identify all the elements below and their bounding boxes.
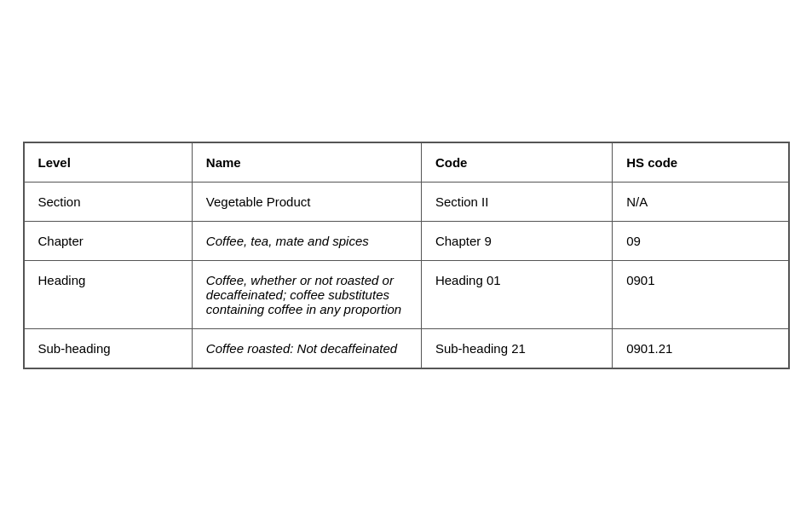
table-row: ChapterCoffee, tea, mate and spicesChapt…: [24, 221, 788, 260]
header-code: Code: [421, 142, 612, 182]
cell-level: Heading: [24, 260, 192, 328]
cell-code: Section II: [421, 182, 612, 221]
cell-code: Heading 01: [421, 260, 612, 328]
cell-hs-code: 0901: [613, 260, 788, 328]
cell-level: Chapter: [24, 221, 192, 260]
cell-code: Chapter 9: [421, 221, 612, 260]
table-row: SectionVegetable ProductSection IIN/A: [24, 182, 788, 221]
table-header-row: Level Name Code HS code: [24, 142, 788, 182]
table-row: Sub-headingCoffee roasted: Not decaffein…: [24, 328, 788, 368]
cell-name: Coffee, whether or not roasted or decaff…: [192, 260, 421, 328]
cell-name: Coffee roasted: Not decaffeinated: [192, 328, 421, 368]
hs-code-table: Level Name Code HS code SectionVegetable…: [23, 142, 790, 369]
cell-hs-code: 09: [613, 221, 788, 260]
cell-name: Coffee, tea, mate and spices: [192, 221, 421, 260]
header-level: Level: [24, 142, 192, 182]
header-name: Name: [192, 142, 421, 182]
cell-name: Vegetable Product: [192, 182, 421, 221]
cell-hs-code: 0901.21: [613, 328, 788, 368]
header-hs-code: HS code: [613, 142, 788, 182]
cell-level: Section: [24, 182, 192, 221]
cell-level: Sub-heading: [24, 328, 192, 368]
cell-code: Sub-heading 21: [421, 328, 612, 368]
cell-hs-code: N/A: [613, 182, 788, 221]
table-row: HeadingCoffee, whether or not roasted or…: [24, 260, 788, 328]
